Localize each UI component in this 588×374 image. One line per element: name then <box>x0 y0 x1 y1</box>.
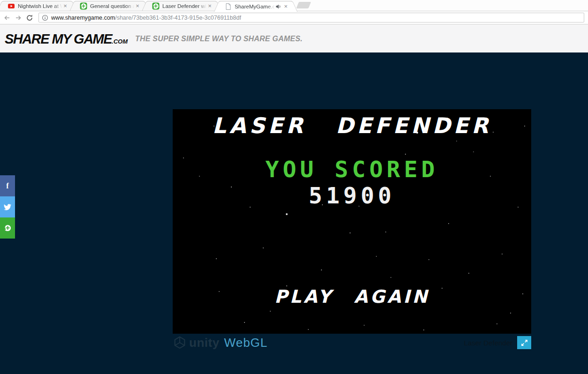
audio-playing-icon <box>275 3 282 10</box>
browser-toolbar: www.sharemygame.com/share/73beb361-3b3f-… <box>0 11 588 24</box>
facebook-icon: f <box>6 182 8 190</box>
play-again-button[interactable]: PLAY AGAIN <box>173 286 531 307</box>
game-footer-bar: unity WebGL Laser Defender <box>173 334 531 351</box>
unity-label: unity <box>189 336 220 350</box>
back-icon[interactable] <box>3 14 11 22</box>
sharemygame-header: SHARE MY GAME.COM THE SUPER SIMPLE WAY T… <box>0 24 588 53</box>
tab-title: ShareMyGame.com <box>235 4 275 9</box>
twitter-share-button[interactable] <box>0 196 15 217</box>
webgl-label: WebGL <box>224 336 268 350</box>
tab-general-question[interactable]: General question about × <box>75 1 144 11</box>
fullscreen-button[interactable] <box>517 336 531 349</box>
logo-suffix: .COM <box>112 38 128 45</box>
new-tab-button[interactable] <box>296 2 311 8</box>
site-info-icon[interactable] <box>42 15 48 21</box>
game-canvas[interactable]: LASER DEFENDER YOU SCORED 51900 PLAY AGA… <box>173 109 531 334</box>
tab-laser-defender-forum[interactable]: Laser Defender with incre × <box>147 1 216 11</box>
sharemygame-logo[interactable]: SHARE MY GAME.COM <box>5 31 128 47</box>
score-label: YOU SCORED <box>173 156 531 182</box>
tab-title: General question about <box>90 3 134 9</box>
unity-logo-icon <box>173 336 187 350</box>
close-icon[interactable]: × <box>206 3 213 9</box>
forward-icon[interactable] <box>14 14 23 22</box>
score-value: 51900 <box>173 182 531 209</box>
facebook-share-button[interactable]: f <box>0 175 15 196</box>
sharemygame-icon <box>4 224 12 232</box>
game-name-label: Laser Defender <box>464 339 512 347</box>
browser-window: Nightwish Live at Wacke × General questi… <box>0 0 588 374</box>
address-bar[interactable]: www.sharemygame.com/share/73beb361-3b3f-… <box>38 13 584 22</box>
close-icon[interactable]: × <box>134 3 141 9</box>
youtube-icon <box>8 2 15 10</box>
close-icon[interactable]: × <box>62 3 69 9</box>
tab-strip: Nightwish Live at Wacke × General questi… <box>0 0 588 11</box>
tab-nightwish[interactable]: Nightwish Live at Wacke × <box>3 1 71 11</box>
close-icon[interactable]: × <box>283 3 289 10</box>
unity-answers-icon <box>152 2 160 10</box>
tab-title: Laser Defender with incre <box>162 3 206 9</box>
unity-webgl-link[interactable]: unity WebGL <box>173 336 267 350</box>
reload-icon[interactable] <box>25 14 34 22</box>
site-tagline: THE SUPER SIMPLE WAY TO SHARE GAMES. <box>135 35 303 43</box>
page-icon <box>224 3 232 10</box>
share-rail: f <box>0 175 15 239</box>
unity-answers-icon <box>80 2 87 10</box>
tab-sharemygame-active[interactable]: ShareMyGame.com × <box>220 1 292 12</box>
tab-title: Nightwish Live at Wacke <box>18 3 62 9</box>
page-content: f LASER DEFENDER YOU SCORED 51900 PLAY A… <box>0 52 588 374</box>
twitter-icon <box>4 203 11 211</box>
url-host: www.sharemygame.com <box>51 15 115 21</box>
game-title: LASER DEFENDER <box>173 113 531 138</box>
url-text: www.sharemygame.com/share/73beb361-3b3f-… <box>51 15 241 21</box>
url-path: /share/73beb361-3b3f-4173-915e-3c076911b… <box>115 15 241 21</box>
starfield <box>173 109 174 110</box>
sharemygame-share-button[interactable] <box>0 217 15 239</box>
